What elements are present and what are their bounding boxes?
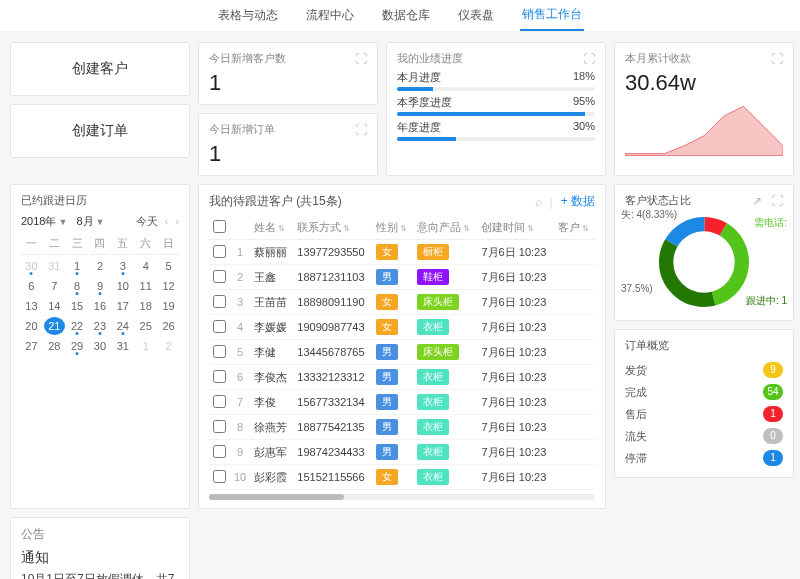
table-row[interactable]: 7 李俊 15677332134 男 衣柜 7月6日 10:23 <box>209 390 595 415</box>
table-row[interactable]: 10 彭彩霞 15152115566 女 衣柜 7月6日 10:23 <box>209 465 595 490</box>
row-checkbox[interactable] <box>213 395 226 408</box>
row-checkbox[interactable] <box>213 470 226 483</box>
today-button[interactable]: 今天 <box>136 215 158 227</box>
order-row[interactable]: 流失0 <box>625 425 783 447</box>
calendar-day[interactable]: 2 <box>90 257 111 275</box>
table-row[interactable]: 5 李健 13445678765 男 床头柜 7月6日 10:23 <box>209 340 595 365</box>
expand-icon[interactable]: ⛶ <box>355 123 367 137</box>
expand-icon[interactable]: ⛶ <box>771 52 783 66</box>
sort-icon[interactable]: ⇅ <box>343 224 350 233</box>
table-row[interactable]: 1 蔡丽丽 13977293550 女 橱柜 7月6日 10:23 <box>209 240 595 265</box>
prev-month-icon[interactable]: ‹ <box>165 215 169 227</box>
calendar-day[interactable]: 31 <box>112 337 133 355</box>
order-label: 售后 <box>625 407 647 422</box>
column-header[interactable]: 姓名⇅ <box>250 216 293 240</box>
row-checkbox[interactable] <box>213 245 226 258</box>
row-checkbox[interactable] <box>213 445 226 458</box>
select-all-checkbox[interactable] <box>213 220 226 233</box>
calendar-day[interactable]: 6 <box>21 277 42 295</box>
calendar-day[interactable]: 29 <box>67 337 88 355</box>
sort-icon[interactable]: ⇅ <box>400 224 407 233</box>
table-row[interactable]: 6 李俊杰 13332123312 男 衣柜 7月6日 10:23 <box>209 365 595 390</box>
calendar-day[interactable]: 5 <box>158 257 179 275</box>
calendar-day[interactable]: 14 <box>44 297 65 315</box>
calendar-day[interactable]: 30 <box>21 257 42 275</box>
calendar-day[interactable]: 21 <box>44 317 65 335</box>
calendar-day[interactable]: 1 <box>67 257 88 275</box>
calendar-day[interactable]: 30 <box>90 337 111 355</box>
nav-tab[interactable]: 数据仓库 <box>380 1 432 30</box>
calendar-day[interactable]: 26 <box>158 317 179 335</box>
column-header[interactable]: 客户⇅ <box>554 216 595 240</box>
sort-icon[interactable]: ⇅ <box>463 224 470 233</box>
row-checkbox[interactable] <box>213 370 226 383</box>
open-icon[interactable]: ↗ <box>752 194 762 208</box>
table-row[interactable]: 4 李媛媛 19090987743 女 衣柜 7月6日 10:23 <box>209 315 595 340</box>
month-select[interactable]: 8月▼ <box>76 215 104 227</box>
order-row[interactable]: 发货9 <box>625 359 783 381</box>
order-row[interactable]: 停滞1 <box>625 447 783 469</box>
calendar-day[interactable]: 28 <box>44 337 65 355</box>
column-header[interactable]: 创建时间⇅ <box>477 216 554 240</box>
calendar-day[interactable]: 27 <box>21 337 42 355</box>
expand-icon[interactable]: ⛶ <box>771 194 783 208</box>
calendar-day[interactable]: 7 <box>44 277 65 295</box>
table-row[interactable]: 2 王鑫 18871231103 男 鞋柜 7月6日 10:23 <box>209 265 595 290</box>
row-checkbox[interactable] <box>213 320 226 333</box>
status-donut: 失: 4(8.33%) 需电话: 跟进中: 1 37.5%) <box>625 212 783 312</box>
calendar-day[interactable]: 15 <box>67 297 88 315</box>
add-data-button[interactable]: + 数据 <box>561 193 595 210</box>
calendar-day[interactable]: 1 <box>135 337 156 355</box>
table-row[interactable]: 8 徐燕芳 18877542135 男 衣柜 7月6日 10:23 <box>209 415 595 440</box>
sort-icon[interactable]: ⇅ <box>278 224 285 233</box>
order-row[interactable]: 售后1 <box>625 403 783 425</box>
calendar-day[interactable]: 12 <box>158 277 179 295</box>
calendar-day[interactable]: 22 <box>67 317 88 335</box>
sort-icon[interactable]: ⇅ <box>527 224 534 233</box>
calendar-day[interactable]: 17 <box>112 297 133 315</box>
calendar-day[interactable]: 9 <box>90 277 111 295</box>
expand-icon[interactable]: ⛶ <box>583 52 595 66</box>
row-checkbox[interactable] <box>213 420 226 433</box>
calendar-day[interactable]: 13 <box>21 297 42 315</box>
calendar-day[interactable]: 10 <box>112 277 133 295</box>
nav-tab[interactable]: 仪表盘 <box>456 1 496 30</box>
cell-time: 7月6日 10:23 <box>477 415 554 440</box>
next-month-icon[interactable]: › <box>175 215 179 227</box>
row-number: 5 <box>230 340 250 365</box>
calendar-day[interactable]: 31 <box>44 257 65 275</box>
calendar-day[interactable]: 24 <box>112 317 133 335</box>
search-icon[interactable]: ⌕ <box>535 195 542 209</box>
calendar-day[interactable]: 20 <box>21 317 42 335</box>
row-checkbox[interactable] <box>213 345 226 358</box>
year-select[interactable]: 2018年▼ <box>21 215 67 227</box>
calendar-day[interactable]: 4 <box>135 257 156 275</box>
cell-phone: 15677332134 <box>293 390 372 415</box>
calendar-day[interactable]: 16 <box>90 297 111 315</box>
sort-icon[interactable]: ⇅ <box>582 224 589 233</box>
horizontal-scrollbar[interactable] <box>209 494 595 500</box>
table-row[interactable]: 3 王苗苗 18898091190 女 床头柜 7月6日 10:23 <box>209 290 595 315</box>
calendar-day[interactable]: 11 <box>135 277 156 295</box>
calendar-day[interactable]: 18 <box>135 297 156 315</box>
calendar-day[interactable]: 3 <box>112 257 133 275</box>
column-header[interactable]: 性别⇅ <box>372 216 413 240</box>
nav-tab[interactable]: 流程中心 <box>304 1 356 30</box>
calendar-day[interactable]: 19 <box>158 297 179 315</box>
row-checkbox[interactable] <box>213 295 226 308</box>
announce-title: 通知 <box>21 549 179 567</box>
column-header[interactable]: 联系方式⇅ <box>293 216 372 240</box>
create-customer-button[interactable]: 创建客户 <box>10 42 190 96</box>
order-row[interactable]: 完成54 <box>625 381 783 403</box>
expand-icon[interactable]: ⛶ <box>355 52 367 66</box>
row-checkbox[interactable] <box>213 270 226 283</box>
create-order-button[interactable]: 创建订单 <box>10 104 190 158</box>
calendar-day[interactable]: 25 <box>135 317 156 335</box>
nav-tab[interactable]: 表格与动态 <box>216 1 280 30</box>
calendar-day[interactable]: 8 <box>67 277 88 295</box>
calendar-day[interactable]: 23 <box>90 317 111 335</box>
calendar-day[interactable]: 2 <box>158 337 179 355</box>
nav-tab[interactable]: 销售工作台 <box>520 0 584 31</box>
table-row[interactable]: 9 彭惠军 19874234433 男 衣柜 7月6日 10:23 <box>209 440 595 465</box>
column-header[interactable]: 意向产品⇅ <box>413 216 477 240</box>
